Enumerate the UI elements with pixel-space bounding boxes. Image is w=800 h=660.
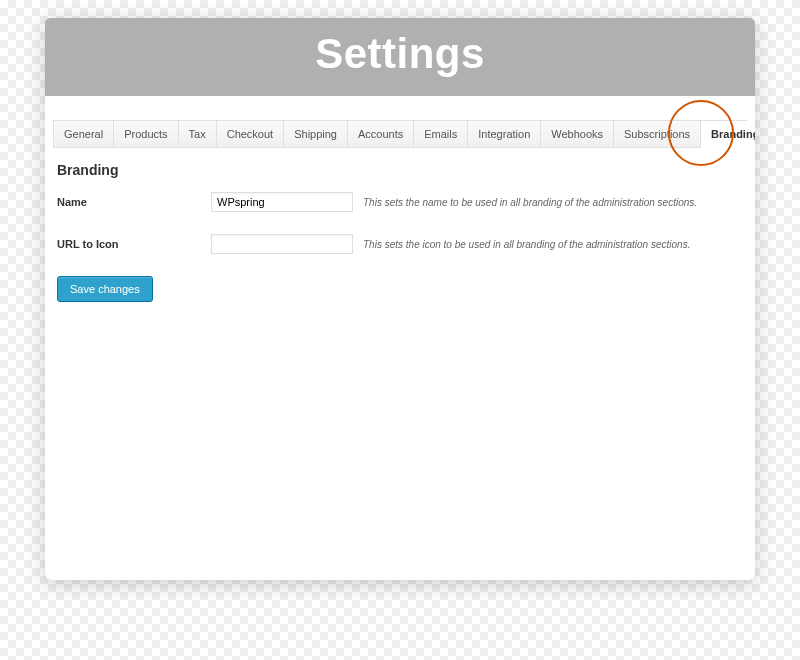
- tab-general[interactable]: General: [54, 121, 114, 147]
- tab-emails[interactable]: Emails: [414, 121, 468, 147]
- url-icon-label: URL to Icon: [53, 238, 211, 250]
- tab-products[interactable]: Products: [114, 121, 178, 147]
- section-title: Branding: [57, 162, 747, 178]
- name-hint: This sets the name to be used in all bra…: [363, 197, 697, 208]
- page-title: Settings: [45, 30, 755, 78]
- tab-tax[interactable]: Tax: [179, 121, 217, 147]
- content-area: General Products Tax Checkout Shipping A…: [45, 96, 755, 580]
- tab-shipping[interactable]: Shipping: [284, 121, 348, 147]
- tab-accounts[interactable]: Accounts: [348, 121, 414, 147]
- settings-tabs: General Products Tax Checkout Shipping A…: [53, 120, 747, 148]
- name-input[interactable]: [211, 192, 353, 212]
- tab-webhooks[interactable]: Webhooks: [541, 121, 614, 147]
- save-button[interactable]: Save changes: [57, 276, 153, 302]
- tab-checkout[interactable]: Checkout: [217, 121, 284, 147]
- name-label: Name: [53, 196, 211, 208]
- tab-branding[interactable]: Branding: [701, 121, 755, 147]
- tab-subscriptions[interactable]: Subscriptions: [614, 121, 701, 147]
- window-header: Settings: [45, 18, 755, 96]
- form-row-name: Name This sets the name to be used in al…: [53, 192, 747, 212]
- url-icon-input[interactable]: [211, 234, 353, 254]
- url-icon-hint: This sets the icon to be used in all bra…: [363, 239, 690, 250]
- tab-integration[interactable]: Integration: [468, 121, 541, 147]
- settings-window: Settings General Products Tax Checkout S…: [45, 18, 755, 580]
- form-row-url-icon: URL to Icon This sets the icon to be use…: [53, 234, 747, 254]
